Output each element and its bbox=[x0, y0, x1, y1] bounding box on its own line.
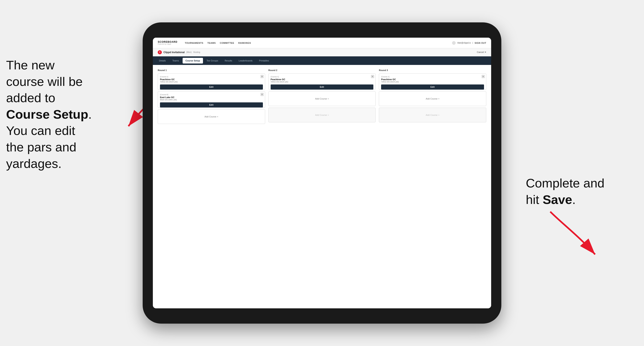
round2-add-course-disabled: Add Course + bbox=[268, 108, 376, 122]
round-1-column: Round 1 ✕ (Course A) Peachtree GC Yellow… bbox=[158, 69, 265, 126]
tournament-info: C Clippd Invitational (Men) Hosting bbox=[158, 50, 200, 54]
round3-course-a-details: Yellow (M) (6629 yds) bbox=[381, 81, 484, 83]
round1-course-a-edit-button[interactable]: Edit bbox=[160, 84, 263, 90]
sub-header: C Clippd Invitational (Men) Hosting Canc… bbox=[153, 48, 491, 56]
round1-course-b-remove[interactable]: ✕ bbox=[260, 93, 264, 96]
round1-course-a-tag: (Course A) bbox=[160, 76, 263, 78]
tablet-screen: SCOREBOARD Powered by clippd TOURNAMENTS… bbox=[153, 38, 491, 308]
round-3-column: Round 3 ✕ (Course A) Peachtree GC Yellow… bbox=[379, 69, 486, 126]
round1-add-course-button[interactable]: Add Course + bbox=[158, 109, 265, 124]
nav-right: blair@clippd.io | Sign out bbox=[452, 41, 486, 45]
round-3-label: Round 3 bbox=[379, 69, 486, 71]
content-area: Round 1 ✕ (Course A) Peachtree GC Yellow… bbox=[153, 65, 491, 308]
tab-printables[interactable]: Printables bbox=[256, 58, 272, 63]
nav-committee[interactable]: COMMITTEE bbox=[220, 41, 234, 45]
right-arrow-icon bbox=[538, 208, 603, 261]
nav-rankings[interactable]: RANKINGS bbox=[238, 41, 251, 45]
round-1-label: Round 1 bbox=[158, 69, 265, 71]
nav-tournaments[interactable]: TOURNAMENTS bbox=[185, 41, 204, 45]
nav-teams[interactable]: TEAMS bbox=[208, 41, 216, 45]
brand-sub: Powered by clippd bbox=[158, 43, 178, 45]
round3-course-a-remove[interactable]: ✕ bbox=[482, 75, 485, 78]
avatar bbox=[452, 41, 456, 45]
round2-course-a-edit-button[interactable]: Edit bbox=[271, 84, 374, 90]
tab-course-setup[interactable]: Course Setup bbox=[182, 58, 203, 63]
round2-course-a-tag: (Course A) bbox=[271, 76, 374, 78]
round-2-label: Round 2 bbox=[268, 69, 376, 71]
user-email: blair@clippd.io bbox=[457, 42, 471, 44]
round2-course-a-remove[interactable]: ✕ bbox=[371, 75, 374, 78]
round2-add-course-disabled-label: Add Course + bbox=[315, 114, 329, 116]
brand-title: SCOREBOARD bbox=[158, 41, 178, 43]
top-nav: SCOREBOARD Powered by clippd TOURNAMENTS… bbox=[153, 38, 491, 48]
round1-course-b-edit-button[interactable]: Edit bbox=[160, 102, 263, 107]
round2-add-course-button[interactable]: Add Course + bbox=[268, 91, 376, 106]
hosting-badge: Hosting bbox=[193, 51, 200, 53]
separator: | bbox=[472, 42, 473, 44]
round2-course-a-details: Yellow (M) (6629 yds) bbox=[271, 81, 374, 83]
round3-add-course-button[interactable]: Add Course + bbox=[379, 91, 486, 106]
round3-course-a-tag: (Course A) bbox=[381, 76, 484, 78]
cancel-button[interactable]: Cancel ✕ bbox=[477, 51, 486, 53]
round3-course-a-card: ✕ (Course A) Peachtree GC Yellow (M) (66… bbox=[379, 73, 486, 90]
round3-add-course-disabled: Add Course + bbox=[379, 108, 486, 122]
nav-links: TOURNAMENTS TEAMS COMMITTEE RANKINGS bbox=[185, 41, 446, 45]
tablet-frame: SCOREBOARD Powered by clippd TOURNAMENTS… bbox=[143, 22, 501, 324]
tab-bar: Details Teams Course Setup Tee Groups Re… bbox=[153, 56, 491, 65]
round1-course-b-details: Black (M) (6891 yds) bbox=[160, 99, 263, 101]
round2-course-a-card: ✕ (Course A) Peachtree GC Yellow (M) (66… bbox=[268, 73, 376, 90]
round2-course-a-name: Peachtree GC bbox=[271, 78, 374, 81]
gender-tag: (Men) bbox=[186, 51, 192, 53]
round1-course-a-name: Peachtree GC bbox=[160, 78, 263, 81]
sign-out-link[interactable]: Sign out bbox=[475, 41, 486, 45]
round1-course-a-remove[interactable]: ✕ bbox=[260, 75, 264, 78]
course-setup-bold: Course Setup bbox=[6, 107, 88, 121]
round1-course-a-details: Yellow (M) (6629 yds) bbox=[160, 81, 263, 83]
tab-details[interactable]: Details bbox=[156, 58, 169, 63]
round1-add-course-label: Add Course + bbox=[204, 115, 218, 118]
round-2-column: Round 2 ✕ (Course A) Peachtree GC Yellow… bbox=[268, 69, 376, 126]
round1-course-b-card: ✕ (Course B) East Lake GC Black (M) (689… bbox=[158, 91, 265, 108]
tab-leaderboards[interactable]: Leaderboards bbox=[236, 58, 255, 63]
rounds-container: Round 1 ✕ (Course A) Peachtree GC Yellow… bbox=[158, 69, 486, 126]
tournament-logo: C bbox=[158, 50, 162, 54]
round1-course-b-name: East Lake GC bbox=[160, 96, 263, 99]
tab-results[interactable]: Results bbox=[222, 58, 235, 63]
right-annotation: Complete and hit Save. bbox=[526, 175, 616, 208]
round1-course-a-card: ✕ (Course A) Peachtree GC Yellow (M) (66… bbox=[158, 73, 265, 90]
round2-add-course-label: Add Course + bbox=[315, 98, 329, 100]
save-bold: Save bbox=[543, 192, 572, 207]
tab-tee-groups[interactable]: Tee Groups bbox=[204, 58, 221, 63]
brand: SCOREBOARD Powered by clippd bbox=[158, 41, 178, 45]
round1-course-b-tag: (Course B) bbox=[160, 94, 263, 96]
tab-teams[interactable]: Teams bbox=[170, 58, 182, 63]
tournament-name: Clippd Invitational bbox=[164, 51, 185, 54]
round3-course-a-name: Peachtree GC bbox=[381, 78, 484, 81]
round3-course-a-edit-button[interactable]: Edit bbox=[381, 84, 484, 90]
round3-add-course-label: Add Course + bbox=[426, 98, 440, 100]
left-annotation: The new course will be added to Course S… bbox=[6, 57, 120, 172]
round3-add-course-disabled-label: Add Course + bbox=[426, 114, 440, 116]
